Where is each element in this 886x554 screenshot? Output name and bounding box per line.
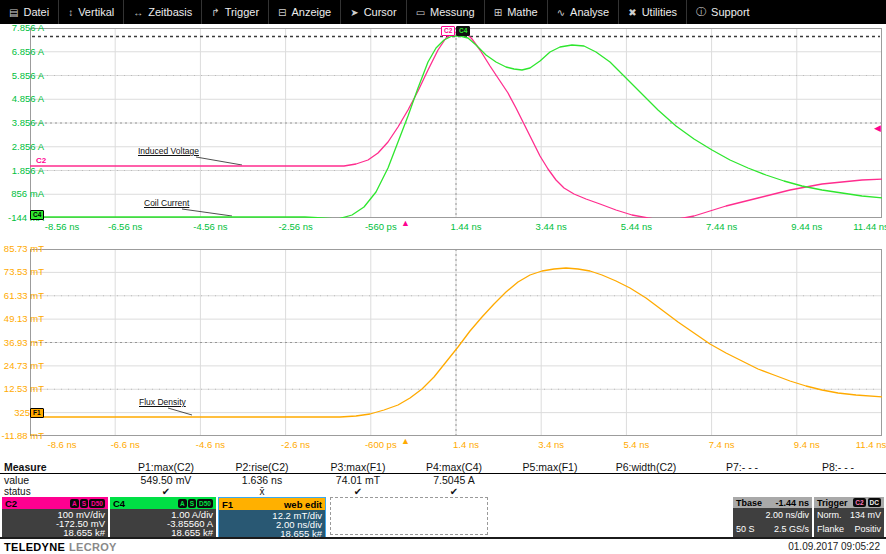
menu-item-datei[interactable]: ▤Datei (0, 0, 58, 24)
display-icon: ⊟ (278, 7, 286, 18)
measure-header-p6[interactable]: P6:width(C2) (598, 461, 694, 473)
timebase-box[interactable]: Tbase -1.44 ns 2.00 ns/div 50 S 2.5 GS/s (733, 497, 812, 537)
descriptor-c4[interactable]: C4ASD501.00 A/div-3.85560 A18.655 k# (110, 497, 216, 537)
menu-item-support[interactable]: ⓘSupport (686, 0, 759, 24)
support-icon: ⓘ (696, 5, 706, 19)
trigger-time-marker: ▲ (401, 219, 410, 227)
header-right-label: web edit (284, 499, 322, 510)
menu-item-label: Vertikal (78, 6, 114, 18)
menu-item-label: Cursor (364, 6, 397, 18)
measure-header-p5[interactable]: P5:max(F1) (502, 461, 598, 473)
x-axis-label: 5.44 ns (621, 221, 652, 232)
trigger-edge-label: Flanke (817, 525, 844, 534)
menu-item-mathe[interactable]: ⊞Mathe (484, 0, 547, 24)
timebase-per-div: 2.00 ns/div (765, 511, 809, 520)
menu-item-analyse[interactable]: ∿Analyse (547, 0, 619, 24)
descriptor-f1[interactable]: F1web edit12.2 mT/div2.00 ns/div18.655 k… (218, 497, 326, 537)
math-icon: ⊞ (494, 7, 502, 18)
x-axis-label: 3.44 ns (536, 221, 567, 232)
measure-values-p3: 74.01 mT (310, 474, 406, 486)
descriptor-body: 1.00 A/div-3.85560 A18.655 k# (110, 509, 216, 537)
measure-header-p4[interactable]: P4:max(C4) (406, 461, 502, 473)
x-axis-label: 3.4 ns (538, 439, 564, 450)
x-axis-label: 9.44 ns (791, 221, 822, 232)
menu-item-label: Messung (430, 6, 475, 18)
measure-header-p1[interactable]: P1:max(C2) (118, 461, 214, 473)
trigger-title: Trigger (817, 498, 848, 508)
trigger-source-badge: C2 (853, 498, 865, 507)
badge-a: A (178, 499, 187, 508)
x-axis-label: 7.4 ns (709, 439, 735, 450)
x-axis-label: 5.4 ns (623, 439, 649, 450)
menu-item-utilities[interactable]: ✖Utilities (618, 0, 686, 24)
menu-item-label: Datei (23, 6, 49, 18)
measure-header-label: Measure (0, 461, 118, 473)
channel-badges: ASD50 (178, 499, 213, 508)
analysis-icon: ∿ (557, 7, 565, 18)
plot-bottom-svg[interactable] (30, 249, 882, 436)
measure-header-p2[interactable]: P2:rise(C2) (214, 461, 310, 473)
menu-item-anzeige[interactable]: ⊟Anzeige (268, 0, 340, 24)
descriptor-body: 12.2 mT/div2.00 ns/div18.655 k# (219, 510, 325, 538)
x-axis-label: -600 ps (365, 439, 397, 450)
measure-values-p2: 1.636 ns (214, 474, 310, 486)
timebase-rate: 2.5 GS/s (774, 525, 809, 534)
descriptor-header: C4ASD50 (110, 497, 216, 509)
channel-title: C2 (5, 498, 17, 509)
menu-item-label: Trigger (225, 6, 259, 18)
clock-timestamp: 01.09.2017 09:05:22 (788, 541, 880, 552)
x-axis-label: 11.4 ns (856, 439, 886, 450)
measure-header-p7[interactable]: P7:- - - (694, 461, 790, 473)
measure-icon: ▭ (416, 7, 425, 18)
descriptor-line: 18.655 k# (5, 528, 105, 537)
plot-top-svg[interactable] (30, 28, 882, 218)
trigger-edge-value: Positiv (854, 525, 881, 534)
measure-values: value549.50 mV1.636 ns74.01 mT7.5045 A (0, 474, 886, 486)
menu-item-label: Zeitbasis (148, 6, 192, 18)
x-axis-label: -4.6 ns (196, 439, 225, 450)
trigger-coupling-badge: DC (868, 498, 881, 507)
menu-item-zeitbasis[interactable]: ↔Zeitbasis (123, 0, 201, 24)
measure-values-p5 (502, 474, 598, 486)
brand-lecroy: LECROY (69, 541, 117, 553)
timebase-icon: ↔ (133, 7, 143, 18)
channel-badges: ASD50 (70, 499, 105, 508)
measure-values-p7 (694, 474, 790, 486)
x-axis-label: -6.6 ns (111, 439, 140, 450)
channel-title: C4 (113, 498, 125, 509)
file-icon: ▤ (9, 7, 18, 18)
measure-header-p3[interactable]: P3:max(F1) (310, 461, 406, 473)
trigger-mode: Norm. (817, 511, 842, 520)
x-axis-label: -2.6 ns (281, 439, 310, 450)
menu-item-label: Utilities (642, 6, 677, 18)
trigger-level: 134 mV (850, 511, 881, 520)
oscilloscope-app: ▤Datei↕Vertikal↔Zeitbasis↱Trigger⊟Anzeig… (0, 0, 886, 554)
measure-table: MeasureP1:max(C2)P2:rise(C2)P3:max(F1)P4… (0, 461, 886, 498)
badge-d50: D50 (89, 499, 105, 508)
channel-title: F1 (222, 499, 233, 510)
menu-item-vertikal[interactable]: ↕Vertikal (58, 0, 123, 24)
descriptor-c2[interactable]: C2ASD50100 mV/div-172.50 mV18.655 k# (2, 497, 108, 537)
empty-descriptor-slot[interactable] (330, 497, 488, 535)
trigger-icon: ↱ (211, 7, 219, 18)
measure-header-p8[interactable]: P8:- - - (790, 461, 886, 473)
menu-item-cursor[interactable]: ➤Cursor (340, 0, 405, 24)
badge-d50: D50 (197, 499, 213, 508)
x-axis-label: 9.4 ns (794, 439, 820, 450)
measure-values-p4: 7.5045 A (406, 474, 502, 486)
measure-values-label: value (0, 474, 118, 486)
measure-values-p8 (790, 474, 886, 486)
descriptor-header: F1web edit (219, 498, 325, 510)
menu-item-trigger[interactable]: ↱Trigger (201, 0, 268, 24)
x-axis-label: 1.44 ns (450, 221, 481, 232)
menu-item-label: Analyse (570, 6, 609, 18)
timebase-samples: 50 S (736, 525, 755, 534)
timebase-title: Tbase (736, 498, 762, 508)
menu-item-label: Support (711, 6, 750, 18)
measure-values-p6 (598, 474, 694, 486)
timebase-delay: -1.44 ns (775, 498, 809, 508)
x-axis-label: -6.56 ns (108, 221, 142, 232)
menu-item-messung[interactable]: ▭Messung (406, 0, 484, 24)
trigger-box[interactable]: Trigger C2 DC Norm. 134 mV Flanke Positi… (814, 497, 884, 537)
measure-header: MeasureP1:max(C2)P2:rise(C2)P3:max(F1)P4… (0, 461, 886, 474)
